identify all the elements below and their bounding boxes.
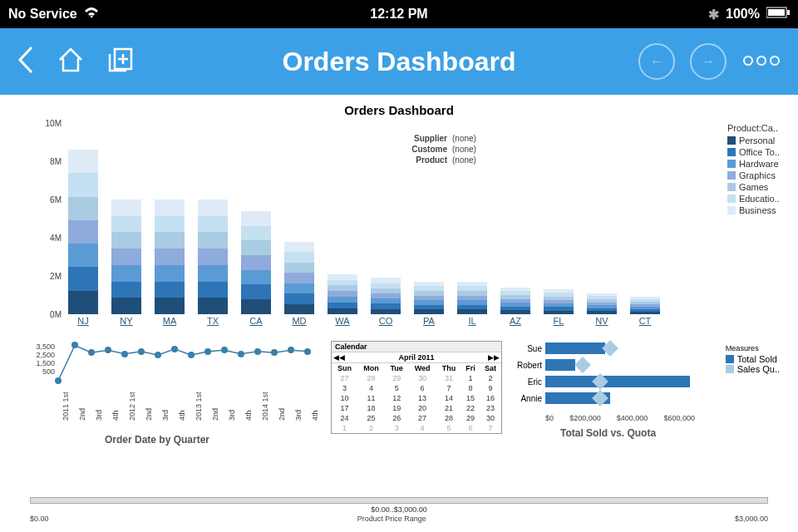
nav-fwd-circle-button[interactable]: →	[690, 43, 727, 80]
cal-prev-year-icon[interactable]: ◀◀	[333, 353, 345, 362]
cal-day[interactable]: 22	[461, 403, 480, 413]
cal-day[interactable]: 12	[385, 393, 408, 403]
cal-day[interactable]: 28	[436, 413, 461, 423]
cal-day[interactable]: 1	[332, 423, 357, 433]
bar-WA[interactable]	[328, 274, 357, 314]
bar-NV[interactable]	[587, 293, 617, 314]
bar-IL[interactable]	[457, 282, 487, 314]
cal-day[interactable]: 14	[436, 393, 461, 403]
add-doc-button[interactable]	[106, 46, 135, 77]
bar-xlabel[interactable]: MD	[280, 316, 318, 326]
sold-vs-quota-chart[interactable]: SueRobertEricAnnie $0$200,000$400,000$60…	[510, 341, 702, 449]
cal-day[interactable]: 25	[357, 413, 385, 423]
bar-CA[interactable]	[241, 211, 271, 314]
cal-next-year-icon[interactable]: ▶▶	[488, 353, 500, 362]
line-point[interactable]	[138, 348, 145, 355]
carrier-label: No Service	[8, 7, 77, 22]
bar-xlabel[interactable]: NV	[583, 316, 621, 326]
bar-xlabel[interactable]: CT	[626, 316, 664, 326]
home-button[interactable]	[57, 46, 85, 77]
cal-day[interactable]: 30	[408, 373, 436, 383]
cal-day[interactable]: 21	[436, 403, 461, 413]
line-point[interactable]	[304, 348, 311, 355]
cal-day[interactable]: 15	[461, 393, 480, 403]
calendar-month: April 2011	[398, 353, 434, 362]
line-point[interactable]	[121, 351, 128, 357]
price-range-slider[interactable]: $0.00..$3,000.00 $0.00 Product Price Ran…	[30, 497, 768, 514]
bar-xlabel[interactable]: FL	[539, 316, 578, 326]
state-bar-chart[interactable]: 0M2M4M6M8M10M NJNYMATXCAMDWACOPAILAZFLNV…	[30, 123, 687, 339]
nav-back-circle-button[interactable]: ←	[638, 43, 675, 80]
bar-MD[interactable]	[284, 242, 314, 314]
cal-day[interactable]: 4	[408, 423, 436, 433]
line-point[interactable]	[238, 351, 244, 357]
bar-xlabel[interactable]: NJ	[64, 316, 102, 326]
bar-xlabel[interactable]: IL	[453, 316, 491, 326]
cal-day[interactable]: 3	[332, 383, 357, 393]
cal-day[interactable]: 30	[480, 413, 501, 423]
bar-MA[interactable]	[155, 200, 185, 314]
bar-CT[interactable]	[630, 297, 660, 314]
cal-day[interactable]: 2	[357, 423, 385, 433]
quarter-line-chart[interactable]: 3,5002,5001,500500 2011 1st2nd3rd4th2012…	[30, 342, 313, 442]
calendar[interactable]: Calendar ◀◀ April 2011 ▶▶ SunMonTueWedTh…	[331, 341, 502, 434]
cal-day[interactable]: 18	[357, 403, 385, 413]
bar-xlabel[interactable]: NY	[107, 316, 145, 326]
line-point[interactable]	[55, 377, 62, 384]
cal-day[interactable]: 19	[385, 403, 408, 413]
bar-CO[interactable]	[371, 278, 401, 314]
bar-NJ[interactable]	[68, 150, 98, 314]
cal-day[interactable]: 4	[357, 383, 385, 393]
cal-day[interactable]: 17	[332, 403, 357, 413]
bar-xlabel[interactable]: CA	[237, 316, 275, 326]
bar-xlabel[interactable]: MA	[150, 316, 189, 326]
cal-day[interactable]: 10	[332, 393, 357, 403]
line-point[interactable]	[171, 346, 178, 352]
cal-day[interactable]: 6	[461, 423, 480, 433]
cal-day[interactable]: 3	[385, 423, 408, 433]
back-button[interactable]	[17, 46, 35, 77]
cal-day[interactable]: 2	[480, 373, 501, 383]
cal-day[interactable]: 20	[408, 403, 436, 413]
cal-day[interactable]: 5	[385, 383, 408, 393]
cal-day[interactable]: 9	[480, 383, 501, 393]
bar-PA[interactable]	[414, 282, 444, 314]
legend-item: Games	[727, 181, 780, 193]
cal-day[interactable]: 28	[357, 373, 385, 383]
bar-xlabel[interactable]: CO	[367, 316, 405, 326]
cal-day[interactable]: 26	[385, 413, 408, 423]
cal-day[interactable]: 13	[408, 393, 436, 403]
cal-day[interactable]: 27	[332, 373, 357, 383]
battery-icon	[766, 7, 790, 22]
cal-day[interactable]: 27	[408, 413, 436, 423]
cal-day[interactable]: 23	[480, 403, 501, 413]
cal-day[interactable]: 5	[436, 423, 461, 433]
cal-day[interactable]: 16	[480, 393, 501, 403]
line-point[interactable]	[254, 348, 261, 355]
hbar-row[interactable]: Sue	[510, 341, 702, 356]
line-point[interactable]	[204, 348, 211, 355]
bar-xlabel[interactable]: TX	[194, 316, 232, 326]
bar-xlabel[interactable]: PA	[410, 316, 448, 326]
bar-TX[interactable]	[198, 200, 228, 314]
cal-day[interactable]: 7	[436, 383, 461, 393]
bar-AZ[interactable]	[500, 288, 530, 314]
cal-day[interactable]: 8	[461, 383, 480, 393]
hbar-row[interactable]: Eric	[510, 374, 702, 389]
cal-day[interactable]: 11	[357, 393, 385, 403]
cal-day[interactable]: 7	[480, 423, 501, 433]
bar-FL[interactable]	[544, 289, 574, 314]
cal-day[interactable]: 24	[332, 413, 357, 423]
bar-xlabel[interactable]: WA	[323, 316, 362, 326]
clock-label: 12:12 PM	[268, 7, 529, 22]
cal-day[interactable]: 29	[461, 413, 480, 423]
cal-day[interactable]: 29	[385, 373, 408, 383]
cal-day[interactable]: 6	[408, 383, 436, 393]
bar-NY[interactable]	[111, 200, 141, 314]
cal-day[interactable]: 1	[461, 373, 480, 383]
more-button[interactable]	[741, 54, 781, 69]
cal-day[interactable]: 31	[436, 373, 461, 383]
hbar-row[interactable]: Annie	[510, 391, 702, 406]
hbar-row[interactable]: Robert	[510, 357, 702, 372]
bar-xlabel[interactable]: AZ	[496, 316, 534, 326]
